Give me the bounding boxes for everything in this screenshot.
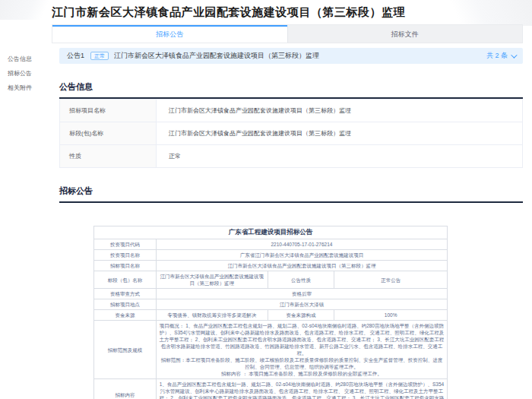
row-label: 招标项目地点 [94,299,157,310]
status-badge: 正常 [90,52,109,60]
main-content: 公告1 正常 江门市新会区大泽镇食品产业园配套设施建设项目（第三标段）监理 共 … [59,48,523,399]
announcement-index: 公告1 [67,51,84,61]
table-row: 招标项目地点 江门市新会区大泽镇 [94,299,448,310]
table-row: 标段（包）名称 江门市新会区大泽镇食品产业园配套设施建设项目（第三标段）监理 公… [94,271,448,289]
chevron-down-icon [511,52,517,58]
table-row-content: 招标内容 1、食品产业园区配套工程包含规划一路、规划二路、02-s04地块南侧临… [94,379,448,399]
table-row: 标段(包)名称 江门市新会区大泽镇食品产业园配套设施建设项目（第三标段）监理 [60,122,522,145]
tender-document-table: 广东省工程建设项目招标公告 投资项目代码 2210-440705-17-01-2… [93,226,448,399]
row-value: 江门市新会区大泽镇食品产业园配套设施建设项目（第三标段）监理 [157,271,268,289]
sidebar-item-attachments[interactable]: 相关附件 [8,84,47,92]
tab-tender-documents[interactable]: 招标文件 [287,25,523,43]
row-label: 招标项目名称 [60,100,157,122]
count-label: 共 2 条 [486,51,508,61]
row-label: 招标范围及规模 [94,321,157,379]
row-label: 标段(包)名称 [60,122,157,144]
announcement-banner[interactable]: 公告1 正常 江门市新会区大泽镇食品产业园配套设施建设项目（第三标段）监理 共 … [59,48,523,64]
row-value: 项目概况： 1、食品产业园区配套工程包含规划一路、规划二路、02-s04地块南侧… [157,321,448,379]
scope-range: 招标范围：本工程项目准备阶段、施工阶段、竣工核验阶段及工程质量保修阶段的质量控制… [159,356,445,370]
background-decoration-left [0,0,53,20]
tab-bar: 招标公告 招标文件 [52,24,523,43]
count-toggle[interactable]: 共 2 条 [486,51,515,61]
row-value: 江门市新会区大泽镇食品产业园配套设施建设项目（第三标段）监理 [157,100,522,122]
row-value: 广东省江门市新会区大泽镇食品产业园配套设施建设项目 [157,250,448,261]
row-value: 江门市新会区大泽镇食品产业园配套设施建设项目（第三标段）监理 [157,122,522,144]
anchor-sidebar: 公告信息 招标公告 相关附件 [8,55,47,98]
sidebar-item-announce-info[interactable]: 公告信息 [8,55,47,63]
table-row: 性质 正常 [60,145,522,168]
row-value: 1、食品产业园区配套工程包含规划一路、规划二路、02-s04地块南侧临时道路、约… [157,379,448,399]
table-row: 投资项目名称 广东省江门市新会区大泽镇食品产业园配套设施建设项目 [94,250,448,261]
table-row: 投资项目代码 2210-440705-17-01-276214 [94,239,448,250]
section-heading-tender-announce: 招标公告 [59,185,523,203]
announce-info-table: 招标项目名称 江门市新会区大泽镇食品产业园配套设施建设项目（第三标段）监理 标段… [59,99,523,168]
scope-content: 招标内容 ： 本项目施工准备阶段、施工阶段及保修阶段的全部监理工作。 [159,370,445,377]
section-heading-announce-info: 公告信息 [59,81,523,99]
row-label: 资格审查方式 [94,289,157,299]
row-value: 专项债券、镇财政统筹安排等多渠道解决 [157,310,268,321]
row-label: 投资项目代码 [94,239,157,250]
sidebar-item-tender-announce[interactable]: 招标公告 [8,69,47,78]
row-label: 性质 [60,145,157,167]
scope-overview: 项目概况： 1、食品产业园区配套工程包含规划一路、规划二路、02-s04地块南侧… [159,322,445,356]
table-row: 招标项目名称 江门市新会区大泽镇食品产业园配套设施建设项目（第三标段）监理 [60,100,522,122]
row-value: 资格后审 [157,289,448,299]
row-label: 资金来源 [94,310,157,321]
document-title: 广东省工程建设项目招标公告 [94,226,448,239]
row-value: 正常 [157,145,522,167]
table-row-scope: 招标范围及规模 项目概况： 1、食品产业园区配套工程包含规划一路、规划二路、02… [94,321,448,379]
table-row: 资格审查方式 资格后审 [94,289,448,299]
row-label: 投资项目名称 [94,250,157,261]
row-label: 招标项目名称 [94,261,157,271]
row-value: 江门市新会区大泽镇 [157,299,448,310]
row-value: 2210-440705-17-01-276214 [157,239,448,250]
row-label-2: 公告性质 [268,271,335,289]
row-label: 标段（包）名称 [94,271,157,289]
row-label: 招标内容 [94,379,157,399]
row-value-2: 正常公告 [334,271,448,289]
row-value: 江门市新会区大泽镇食品产业园配套设施建设项目（第三标段）监理 [157,261,448,271]
table-row: 资金来源 专项债券、镇财政统筹安排等多渠道解决 资金来源构成 100% [94,310,448,321]
table-row: 招标项目名称 江门市新会区大泽镇食品产业园配套设施建设项目（第三标段）监理 [94,261,448,271]
announcement-title: 江门市新会区大泽镇食品产业园配套设施建设项目（第三标段）监理 [114,51,486,61]
row-value-2: 100% [334,310,448,321]
tab-tender-announcement[interactable]: 招标公告 [52,25,287,43]
tender-document: 广东省工程建设项目招标公告 投资项目代码 2210-440705-17-01-2… [59,226,523,399]
page-title: 江门市新会区大泽镇食品产业园配套设施建设项目（第三标段）监理 [52,5,523,20]
row-label-2: 资金来源构成 [268,310,335,321]
